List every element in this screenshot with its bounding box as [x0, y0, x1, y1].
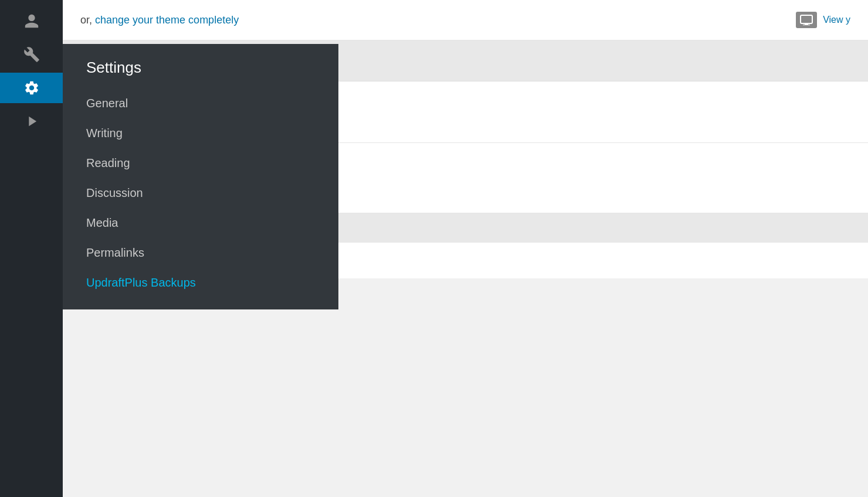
settings-menu-discussion[interactable]: Discussion — [63, 178, 338, 208]
top-bar-text: or, change your theme completely — [80, 14, 239, 26]
settings-menu-title: Settings — [63, 59, 338, 88]
settings-menu-reading[interactable]: Reading — [63, 148, 338, 178]
sidebar — [0, 0, 63, 497]
settings-dropdown: Settings General Writing Reading Discuss… — [63, 44, 338, 309]
settings-menu-general[interactable]: General — [63, 88, 338, 118]
change-theme-link[interactable]: change your theme completely — [95, 14, 239, 26]
top-bar: or, change your theme completely View y — [63, 0, 868, 40]
sidebar-wrench-icon[interactable] — [0, 39, 63, 70]
settings-menu-permalinks[interactable]: Permalinks — [63, 238, 338, 268]
settings-menu-media[interactable]: Media — [63, 208, 338, 238]
svg-rect-2 — [803, 25, 810, 25]
sidebar-user-icon[interactable] — [0, 6, 63, 36]
top-bar-right: View y — [796, 12, 850, 28]
svg-rect-1 — [805, 23, 808, 25]
view-icon — [796, 12, 817, 28]
settings-menu-updraftplus[interactable]: UpdraftPlus Backups — [63, 268, 338, 298]
sidebar-play-icon[interactable] — [0, 106, 63, 137]
view-text[interactable]: View y — [823, 15, 850, 25]
settings-menu-writing[interactable]: Writing — [63, 118, 338, 148]
sidebar-settings-active-icon[interactable] — [0, 73, 63, 103]
svg-rect-0 — [801, 15, 812, 23]
top-bar-prefix: or, — [80, 14, 95, 26]
